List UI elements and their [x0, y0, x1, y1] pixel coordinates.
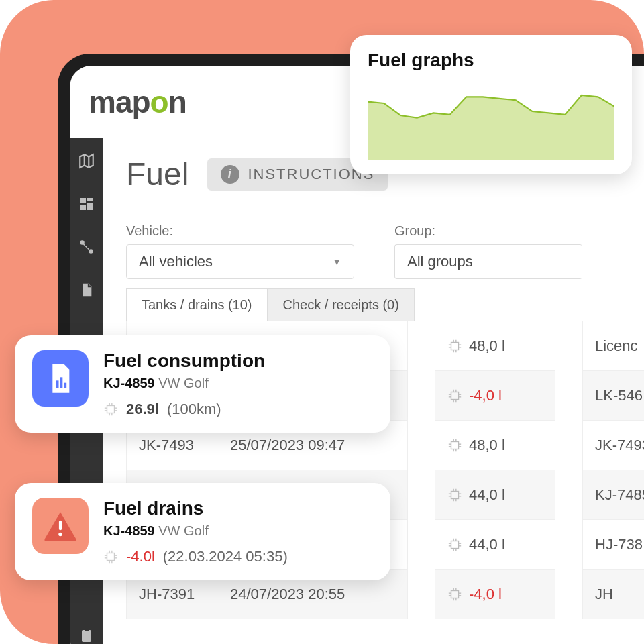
- report-file-icon: [32, 350, 89, 407]
- chip-icon: [447, 388, 462, 403]
- svg-point-78: [58, 533, 62, 536]
- table-cell-licence: JH: [582, 570, 644, 619]
- chip-icon: [447, 537, 462, 552]
- fuel-sparkline: [368, 79, 614, 160]
- drains-value: -4.0l: [126, 548, 155, 566]
- vehicle-select-value: All vehicles: [139, 253, 213, 270]
- tab-receipts[interactable]: Check / receipts (0): [268, 288, 415, 321]
- svg-rect-6: [80, 205, 86, 210]
- svg-rect-4: [87, 198, 93, 201]
- chip-icon: [447, 488, 462, 502]
- svg-rect-29: [451, 441, 459, 449]
- vehicle-filter-label: Vehicle:: [126, 223, 354, 239]
- logo-text-pre: map: [89, 84, 150, 120]
- clipboard-icon[interactable]: [77, 627, 96, 644]
- table-cell-volume: -4,0 l: [435, 371, 555, 421]
- svg-point-8: [89, 249, 93, 254]
- group-filter: Group: All groups: [394, 223, 582, 279]
- consumption-title: Fuel consumption: [103, 350, 265, 372]
- svg-rect-9: [82, 630, 91, 642]
- app-logo: mapon: [89, 84, 186, 120]
- table-cell-volume: 48,0 l: [435, 421, 555, 470]
- column-header-licence: Licenc: [582, 321, 644, 371]
- dashboard-icon[interactable]: [77, 195, 96, 213]
- fuel-consumption-card[interactable]: Fuel consumption KJ-4859 VW Golf 26.9l (…: [15, 335, 390, 433]
- svg-rect-3: [80, 198, 86, 203]
- svg-rect-77: [59, 521, 62, 531]
- svg-rect-11: [451, 342, 459, 350]
- group-filter-label: Group:: [394, 223, 582, 239]
- chip-icon: [447, 438, 462, 453]
- tab-tanks[interactable]: Tanks / drains (10): [126, 288, 268, 321]
- table-cell-licence: JK-7493: [582, 421, 644, 470]
- fuel-graphs-popover: Fuel graphs: [350, 35, 632, 174]
- chip-icon: [103, 549, 118, 564]
- info-icon: i: [221, 165, 239, 184]
- chip-icon: [447, 339, 462, 354]
- table-cell-licence: KJ-7485: [582, 470, 644, 520]
- table-cell-volume: 48,0 l: [435, 321, 555, 371]
- svg-marker-0: [80, 154, 93, 168]
- route-icon[interactable]: [77, 237, 96, 256]
- group-select[interactable]: All groups: [394, 244, 582, 279]
- svg-rect-67: [64, 383, 66, 388]
- chip-icon: [103, 402, 118, 417]
- table-cell-licence: HJ-738: [582, 520, 644, 570]
- consumption-value: 26.9l: [126, 400, 159, 418]
- alert-icon: [32, 498, 89, 554]
- table-cell-volume: 44,0 l: [435, 470, 555, 520]
- vehicle-filter: Vehicle: All vehicles ▼: [126, 223, 354, 279]
- vehicle-select[interactable]: All vehicles ▼: [126, 244, 354, 279]
- svg-rect-10: [85, 629, 89, 631]
- group-select-value: All groups: [407, 253, 473, 270]
- chip-icon: [447, 587, 462, 602]
- table-cell-volume: 44,0 l: [435, 520, 555, 570]
- svg-rect-79: [107, 553, 115, 561]
- document-icon[interactable]: [77, 280, 96, 299]
- svg-rect-56: [451, 590, 459, 598]
- page-title: Fuel: [126, 156, 189, 193]
- logo-text-o: o: [150, 84, 168, 120]
- drains-date: (22.03.2024 05:35): [163, 548, 288, 566]
- svg-rect-66: [60, 377, 62, 388]
- table-cell-volume: -4,0 l: [435, 570, 555, 619]
- svg-rect-47: [451, 541, 459, 548]
- table-cell-licence: LK-546: [582, 371, 644, 421]
- fuel-drains-card[interactable]: Fuel drains KJ-4859 VW Golf -4.0l (22.03…: [15, 483, 390, 580]
- consumption-vehicle: KJ-4859 VW Golf: [103, 376, 265, 391]
- drains-title: Fuel drains: [103, 498, 288, 519]
- svg-rect-20: [451, 392, 459, 399]
- svg-rect-38: [451, 491, 459, 498]
- logo-text-post: n: [168, 84, 186, 120]
- consumption-unit: (100km): [167, 400, 221, 418]
- svg-rect-65: [56, 380, 58, 388]
- chevron-down-icon: ▼: [332, 256, 341, 267]
- fuel-graphs-title: Fuel graphs: [368, 50, 614, 71]
- map-icon[interactable]: [77, 152, 96, 170]
- svg-rect-68: [107, 406, 115, 413]
- svg-rect-5: [87, 203, 93, 210]
- drains-vehicle: KJ-4859 VW Golf: [103, 523, 288, 539]
- tabs: Tanks / drains (10) Check / receipts (0): [126, 288, 644, 321]
